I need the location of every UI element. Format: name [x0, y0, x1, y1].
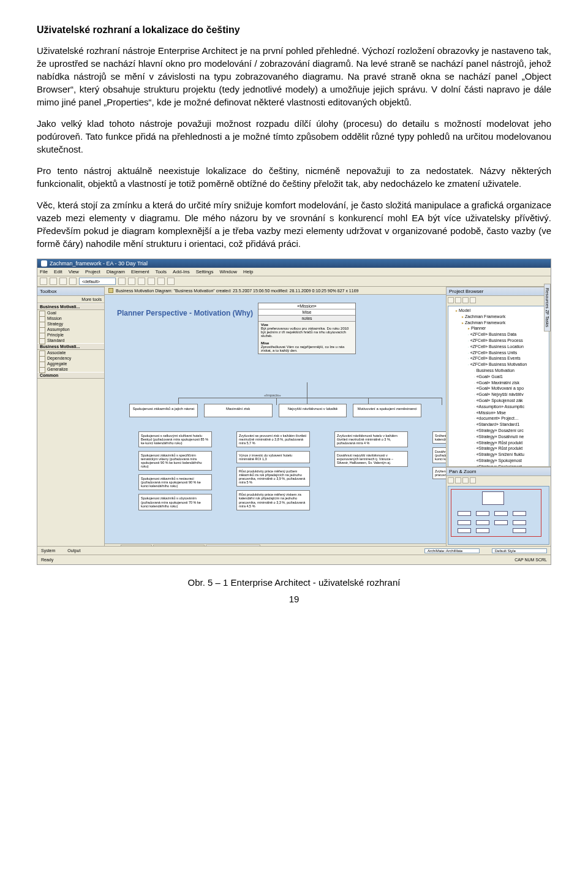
tree-item[interactable]: «Strategy» Růst produkt: [462, 440, 548, 446]
objective-element[interactable]: Spokojenost s celkovými službami hotelu …: [138, 431, 212, 447]
tree-item[interactable]: «Strategy» Spokojenost: [462, 458, 548, 464]
objective-element[interactable]: Dosáhnutí nejvyšší návštěvnosti v expono…: [334, 451, 408, 467]
tree-item[interactable]: «Assumption» Assumptic: [462, 404, 548, 410]
menu-settings[interactable]: Settings: [196, 269, 214, 275]
objective-element[interactable]: Dosáhnutí úrovně spokojenosti zaměstnanc…: [432, 447, 446, 463]
tree-item[interactable]: «ZFCell» Business Data: [462, 331, 548, 338]
zoom-overview[interactable]: [448, 486, 549, 545]
toolbox-group[interactable]: Business Motivati...: [37, 343, 104, 350]
tree-item[interactable]: «Strategy» Dosáhnutí ne: [462, 434, 548, 440]
goal-element[interactable]: Nejvyšší návštěvnost v lokalitě: [279, 404, 347, 417]
tree-item[interactable]: «ZFCell» Business Process: [462, 338, 548, 344]
toolbox-item-principle[interactable]: Principle: [37, 332, 104, 338]
objective-element[interactable]: Zvyšování návštěvnosti hotelu v každém č…: [334, 431, 408, 447]
tree-item[interactable]: «Strategy» Dosažení úrc: [462, 428, 548, 434]
tree-item[interactable]: «Strategy» Snížení fluktu: [462, 452, 548, 458]
tree-item[interactable]: Business Motivation: [462, 368, 548, 374]
browser-toolbar-button[interactable]: [448, 297, 454, 303]
tree-item[interactable]: «Strategy» Růst produkt: [462, 445, 548, 452]
project-tree[interactable]: Model Zachman FrameworkZachman Framework…: [448, 306, 549, 466]
toolbar-button[interactable]: [148, 278, 155, 285]
objective-element[interactable]: Růst produktivity práce měřený počtem zá…: [236, 467, 310, 487]
mission-element[interactable]: «Mission» Mise notes Vize Být preferovan…: [258, 303, 356, 354]
toolbar[interactable]: <default>: [37, 276, 551, 287]
menu-bar[interactable]: File Edit View Project Diagram Element T…: [37, 268, 551, 276]
objective-element[interactable]: Zvyšování se provozní zisk v každém čtvr…: [236, 431, 310, 447]
objective-element[interactable]: Zvýšení investic do celoživotního vzdělá…: [432, 467, 446, 479]
menu-project[interactable]: Project: [85, 269, 100, 275]
window-titlebar[interactable]: Zachman_framework - EA - 30 Day Trial: [37, 259, 551, 268]
tree-item[interactable]: «ZFCell» Business Events: [462, 355, 548, 362]
filter-select[interactable]: ArchiMate::ArchiMate: [424, 548, 480, 553]
tree-item[interactable]: «Goal» Maximální zisk: [462, 380, 548, 386]
tree-item[interactable]: Zachman Framework: [462, 314, 548, 320]
toolbar-button[interactable]: [50, 278, 57, 285]
toolbar-button[interactable]: [167, 278, 175, 285]
menu-window[interactable]: Window: [220, 269, 237, 275]
menu-addins[interactable]: Add-Ins: [173, 269, 190, 275]
toolbox-item-standard[interactable]: Standard: [37, 338, 104, 343]
menu-edit[interactable]: Edit: [54, 269, 62, 275]
browser-toolbar-button[interactable]: [455, 297, 461, 303]
toolbar-button[interactable]: [157, 278, 165, 285]
output-system-tab[interactable]: System: [41, 548, 55, 553]
goal-element[interactable]: Motivování a spokojení zaměstnanci: [353, 404, 421, 417]
menu-file[interactable]: File: [40, 269, 48, 275]
tree-item[interactable]: «Standard» Standard1: [462, 422, 548, 428]
menu-element[interactable]: Element: [131, 269, 149, 275]
objective-element[interactable]: Spokojenost zákazníků s specifičním tema…: [138, 451, 212, 471]
toolbar-button[interactable]: [69, 278, 77, 285]
diagram-canvas[interactable]: Planner Perspective - Motivation (Why) «…: [105, 297, 446, 544]
zoom-toolbar-button[interactable]: [448, 477, 454, 483]
toolbox-group-common[interactable]: Common: [37, 372, 104, 379]
toolbox-item-mission[interactable]: Mission: [37, 316, 104, 321]
tree-item[interactable]: «Goal» Goal1: [462, 374, 548, 380]
menu-tools[interactable]: Tools: [155, 269, 167, 275]
tree-item[interactable]: «ZFCell» Business Motivation: [462, 362, 548, 368]
zoom-toolbar-button[interactable]: [455, 477, 461, 483]
tree-item[interactable]: «Mission» Mise: [462, 410, 548, 416]
toolbox-item-generalize[interactable]: Generalize: [37, 366, 104, 372]
tree-item[interactable]: «ZFCell» Business Location: [462, 344, 548, 350]
tree-root[interactable]: Model: [456, 308, 548, 314]
tree-item[interactable]: «ZFCell» Business Units: [462, 350, 548, 356]
goal-element[interactable]: Maximální zisk: [204, 404, 273, 417]
toolbox-item-associate[interactable]: Associate: [37, 350, 104, 355]
output-output-tab[interactable]: Output: [67, 548, 80, 553]
toolbox-group[interactable]: Business Motivati...: [37, 303, 104, 310]
tree-item[interactable]: «document» Project…: [462, 415, 548, 422]
objective-element[interactable]: Výnos z investic do vybavení hotelu mini…: [236, 451, 310, 463]
toolbox-item-assumption[interactable]: Assumption: [37, 327, 104, 332]
toolbar-button[interactable]: [40, 278, 47, 285]
toolbar-button[interactable]: [118, 278, 126, 285]
browser-toolbar-button[interactable]: [462, 297, 469, 303]
toolbox-item-strategy[interactable]: Strategy: [37, 321, 104, 327]
goal-element[interactable]: Spokojenost zákazníků a jejich návrat: [129, 404, 198, 417]
toolbar-button[interactable]: [128, 278, 135, 285]
ea-screenshot: Zachman_framework - EA - 30 Day Trial Fi…: [37, 259, 551, 565]
objective-element[interactable]: Spokojenost zákazníků s ubytováním (poža…: [138, 494, 212, 510]
style-select[interactable]: Default Style: [492, 548, 547, 553]
menu-help[interactable]: Help: [243, 269, 253, 275]
tree-item[interactable]: «Goal» Nejvyšší návštěv: [462, 392, 548, 398]
tree-item[interactable]: Planner: [462, 325, 548, 331]
zoom-toolbar-button[interactable]: [470, 477, 476, 483]
toolbar-button[interactable]: [59, 278, 67, 285]
toolbox-more-tools[interactable]: More tools: [37, 296, 104, 303]
tree-item[interactable]: «Goal» Spokojenost zák: [462, 398, 548, 404]
toolbar-button[interactable]: [138, 278, 145, 285]
browser-toolbar-button[interactable]: [470, 297, 476, 303]
objective-element[interactable]: Spokojenost zákazníků s restaurací (poža…: [138, 474, 212, 490]
tree-item[interactable]: «Strategy» Spokojenost: [462, 464, 548, 466]
zoom-toolbar-button[interactable]: [462, 477, 469, 483]
menu-view[interactable]: View: [69, 269, 79, 275]
objective-element[interactable]: Růst produktivity práce měřený ziskem za…: [236, 490, 310, 510]
toolbox-item-goal[interactable]: Goal: [37, 310, 104, 316]
menu-diagram[interactable]: Diagram: [107, 269, 125, 275]
objective-element[interactable]: Snížení fluktuace zaměstnanců v rámci ka…: [432, 431, 446, 444]
tree-item[interactable]: «Goal» Motivovaní a spo: [462, 385, 548, 392]
toolbar-select-default[interactable]: <default>: [79, 278, 116, 285]
tree-item[interactable]: Zachman Framework: [462, 320, 548, 326]
toolbox-item-aggregate[interactable]: Aggregate: [37, 361, 104, 366]
toolbox-item-dependency[interactable]: Dependency: [37, 355, 104, 361]
